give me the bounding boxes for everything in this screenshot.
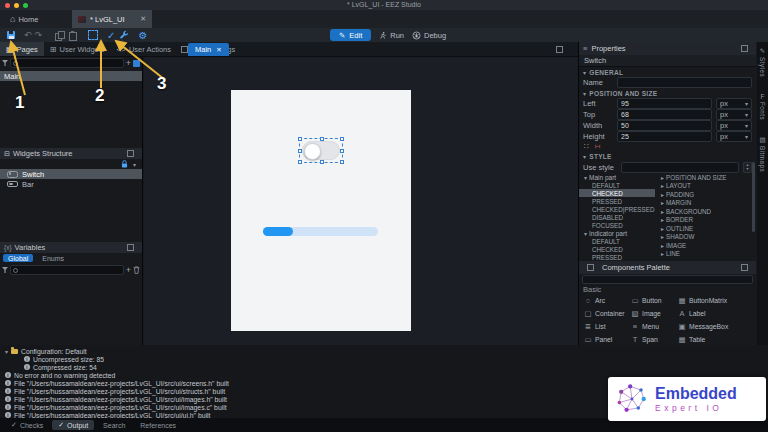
filter-icon[interactable] — [2, 60, 8, 66]
component-image[interactable]: ▧Image — [631, 309, 678, 318]
properties-dock-icon[interactable] — [741, 45, 748, 52]
style-spinner-icon[interactable]: ▴▾ — [743, 162, 752, 173]
resize-handle-n[interactable] — [320, 137, 324, 141]
left-unit-select[interactable]: px▾ — [716, 98, 752, 109]
rail-styles[interactable]: ✎ Styles — [759, 47, 766, 77]
page-editor-canvas[interactable] — [144, 56, 578, 345]
settings-gear-icon[interactable]: ⚙ — [138, 29, 147, 41]
statusbar-tab-checks[interactable]: ✓ Checks — [5, 420, 49, 430]
variables-dock-icon[interactable] — [127, 244, 134, 251]
resize-handle-ne[interactable] — [340, 137, 344, 141]
project-tab[interactable]: * LvGL_UI ✕ — [72, 10, 152, 28]
tab-user-widgets[interactable]: ⊞ User Widgets — [44, 42, 111, 56]
state-checked-selected[interactable]: CHECKED — [579, 189, 655, 197]
section-style[interactable]: ▾ STYLE — [579, 151, 756, 161]
tab-global[interactable]: Global — [3, 254, 33, 262]
width-unit-select[interactable]: px▾ — [716, 120, 752, 131]
home-tab[interactable]: ⌂ Home — [4, 10, 44, 28]
component-span[interactable]: TSpan — [631, 335, 678, 344]
section-position-size[interactable]: ▾ POSITION AND SIZE — [579, 88, 756, 98]
component-list[interactable]: ≣List — [584, 322, 631, 331]
component-buttonmatrix[interactable]: ▦ButtonMatrix — [678, 296, 756, 305]
variables-search-input[interactable] — [10, 265, 124, 275]
collapse-icon[interactable]: ▾ — [5, 348, 8, 355]
component-button[interactable]: ▭Button — [631, 296, 678, 305]
component-container[interactable]: ▢Container — [584, 309, 631, 318]
align-horizontal-icon[interactable]: ∷ — [584, 142, 589, 151]
cat-position-size[interactable]: ▸POSITION AND SIZE — [655, 173, 756, 182]
state-disabled[interactable]: DISABLED — [579, 213, 655, 221]
height-unit-select[interactable]: px▾ — [716, 131, 752, 142]
widget-tree-item-switch[interactable]: Switch — [0, 169, 142, 179]
tab-pages[interactable]: ▦ Pages — [0, 42, 44, 56]
component-panel[interactable]: ▭Panel — [584, 335, 631, 344]
cat-padding[interactable]: ▸PADDING — [655, 190, 756, 199]
use-style-field[interactable] — [621, 162, 739, 173]
component-table[interactable]: ▦Table — [678, 335, 756, 344]
cat-outline[interactable]: ▸OUTLINE — [655, 224, 756, 233]
close-tab-icon[interactable]: ✕ — [140, 15, 146, 23]
component-label[interactable]: ALabel — [678, 309, 756, 318]
redo-icon[interactable]: ↷ — [35, 29, 43, 41]
build-wrench-icon[interactable] — [119, 29, 129, 41]
chevron-down-icon[interactable]: ▾ — [133, 161, 136, 168]
properties-scrollbar[interactable] — [752, 162, 755, 232]
statusbar-tab-search[interactable]: Search — [97, 421, 131, 430]
resize-handle-sw[interactable] — [298, 160, 302, 164]
tab-user-actions[interactable]: <> User Actions — [111, 42, 177, 56]
top-unit-select[interactable]: px▾ — [716, 109, 752, 120]
run-mode-button[interactable]: Run — [379, 31, 404, 40]
editor-tab-close-icon[interactable]: ✕ — [216, 46, 221, 54]
name-field[interactable] — [617, 77, 752, 88]
widgets-structure-dock-icon[interactable] — [127, 150, 134, 157]
undo-icon[interactable]: ↶ — [24, 29, 32, 41]
lvgl-page[interactable] — [231, 90, 411, 331]
bar-widget[interactable] — [263, 227, 378, 236]
copy-icon[interactable] — [55, 31, 64, 40]
resize-handle-se[interactable] — [340, 160, 344, 164]
lock-icon[interactable] — [121, 160, 128, 168]
cat-background[interactable]: ▸BACKGROUND — [655, 207, 756, 216]
main-part-row[interactable]: ▾Main part — [579, 173, 655, 181]
delete-variable-icon[interactable] — [133, 266, 140, 274]
resize-handle-e[interactable] — [340, 149, 344, 153]
state-default[interactable]: DEFAULT — [579, 181, 655, 189]
component-menu[interactable]: ≡Menu — [631, 322, 678, 331]
maximize-panel-icon[interactable] — [556, 46, 563, 53]
width-field[interactable] — [617, 120, 712, 131]
edit-mode-button[interactable]: ✎ Edit — [330, 29, 371, 41]
cat-margin[interactable]: ▸MARGIN — [655, 199, 756, 208]
selection-tool-icon[interactable] — [88, 30, 98, 40]
save-icon[interactable] — [7, 31, 15, 39]
state-pressed[interactable]: PRESSED — [579, 197, 655, 205]
state-focused[interactable]: FOCUSED — [579, 221, 655, 229]
add-variable-icon[interactable]: + — [126, 266, 131, 274]
resize-handle-nw[interactable] — [298, 137, 302, 141]
tab-enums[interactable]: Enums — [37, 254, 69, 262]
cat-layout[interactable]: ▸LAYOUT — [655, 182, 756, 191]
left-field[interactable] — [617, 98, 712, 109]
pages-search-input[interactable] — [10, 58, 124, 68]
indicator-state-default[interactable]: DEFAULT — [579, 237, 655, 245]
rail-fonts[interactable]: F Fonts — [759, 93, 766, 120]
page-list-item-main[interactable]: Main — [0, 71, 142, 81]
cat-line[interactable]: ▸LINE — [655, 250, 756, 259]
log-line[interactable]: iCompressed size: 54 — [0, 363, 768, 371]
statusbar-tab-references[interactable]: References — [134, 421, 182, 430]
rail-bitmaps[interactable]: ▧ Bitmaps — [759, 136, 766, 172]
add-page-icon[interactable]: + — [126, 59, 131, 67]
cat-shadow[interactable]: ▸SHADOW — [655, 233, 756, 242]
debug-mode-button[interactable]: Debug — [412, 31, 446, 40]
cat-image[interactable]: ▸IMAGE — [655, 241, 756, 250]
filter-icon[interactable] — [2, 267, 8, 273]
components-palette-dock-icon[interactable] — [741, 264, 748, 271]
components-search-input[interactable] — [582, 275, 753, 284]
section-general[interactable]: ▾ GENERAL — [579, 67, 756, 77]
top-field[interactable] — [617, 109, 712, 120]
widget-tree-item-bar[interactable]: Bar — [0, 179, 142, 189]
statusbar-tab-output[interactable]: ✓ Output — [52, 420, 94, 430]
indicator-part-row[interactable]: ▾Indicator part — [579, 229, 655, 237]
resize-handle-s[interactable] — [320, 160, 324, 164]
state-checked-pressed[interactable]: CHECKED|PRESSED — [579, 205, 655, 213]
cat-border[interactable]: ▸BORDER — [655, 216, 756, 225]
